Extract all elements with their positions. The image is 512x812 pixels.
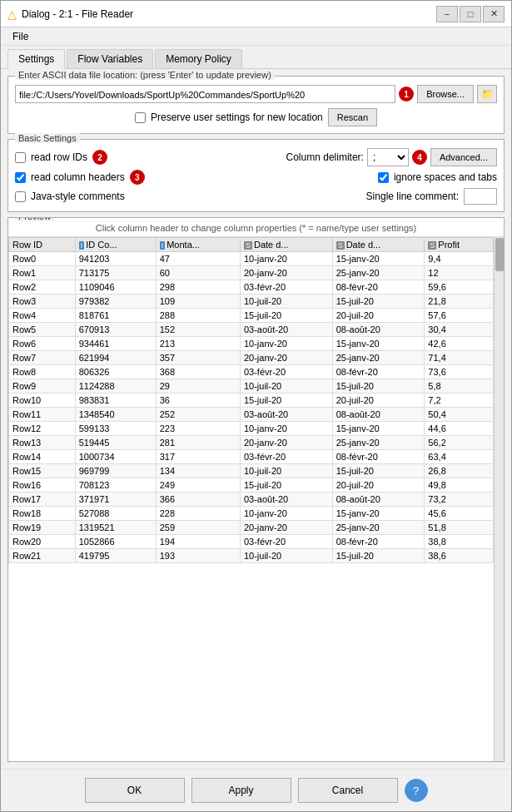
col-header-profit[interactable]: SProfit <box>425 238 494 252</box>
col-header-monta[interactable]: IMonta... <box>156 238 240 252</box>
table-cell: 298 <box>156 280 240 295</box>
table-cell: 10-janv-20 <box>240 422 332 436</box>
file-row: file:/C:/Users/Yovel/Downloads/SportUp%2… <box>15 85 497 103</box>
col-header-id[interactable]: IID Co... <box>75 238 156 252</box>
table-cell: 20-juil-20 <box>332 394 425 408</box>
table-row: Row693446121310-janv-2015-janv-2042,6 <box>9 337 494 351</box>
table-row: Row481876128815-juil-2020-juil-2057,6 <box>9 309 494 323</box>
preserve-checkbox[interactable] <box>135 112 146 123</box>
col-header-date2[interactable]: SDate d... <box>332 238 425 252</box>
table-cell: 25-janv-20 <box>332 351 425 365</box>
table-cell: 50,4 <box>425 408 494 422</box>
table-cell: 10-janv-20 <box>240 337 332 351</box>
table-cell: 519445 <box>75 436 156 450</box>
table-cell: 818761 <box>75 309 156 323</box>
table-cell: 12 <box>425 266 494 280</box>
table-row: Row1737197136603-août-2008-août-2073,2 <box>9 493 494 507</box>
table-cell: 371971 <box>75 493 156 507</box>
window-icon: △ <box>7 7 17 21</box>
table-cell: 30,4 <box>425 323 494 337</box>
cancel-button[interactable]: Cancel <box>298 778 398 803</box>
column-delimiter-select[interactable]: ; , Tab <box>367 148 409 166</box>
table-cell: 26,8 <box>425 464 494 478</box>
table-cell: Row12 <box>9 422 76 436</box>
table-cell: 213 <box>156 337 240 351</box>
table-cell: 713175 <box>75 266 156 280</box>
minimize-button[interactable]: − <box>436 6 458 22</box>
maximize-button[interactable]: □ <box>460 6 481 22</box>
preview-label: Preview <box>15 217 54 221</box>
menu-file[interactable]: File <box>7 29 33 44</box>
read-row-ids-label: read row IDs <box>31 151 87 163</box>
apply-button[interactable]: Apply <box>191 778 291 803</box>
read-column-headers-checkbox[interactable] <box>15 172 26 183</box>
col-header-date1[interactable]: SDate d... <box>240 238 332 252</box>
table-row: Row17131756020-janv-2025-janv-2012 <box>9 266 494 280</box>
help-button[interactable]: ? <box>405 779 428 802</box>
table-cell: 08-août-20 <box>332 493 425 507</box>
col-date2-label: Date d... <box>346 240 381 250</box>
table-cell: 1319521 <box>75 521 156 535</box>
preview-hint: Click column header to change column pro… <box>8 218 504 237</box>
table-cell: 08-févr-20 <box>332 280 425 295</box>
table-cell: 15-juil-20 <box>240 309 332 323</box>
table-cell: 317 <box>156 450 240 464</box>
ignore-spaces-label: ignore spaces and tabs <box>394 171 497 183</box>
table-cell: 03-févr-20 <box>240 365 332 379</box>
tab-memory-policy[interactable]: Memory Policy <box>155 49 242 68</box>
table-cell: 708123 <box>75 478 156 493</box>
col-header-rowid[interactable]: Row ID <box>9 238 76 252</box>
table-cell: 15-juil-20 <box>332 464 425 478</box>
table-cell: 03-août-20 <box>240 493 332 507</box>
table-cell: 42,6 <box>425 337 494 351</box>
table-cell: 20-juil-20 <box>332 478 425 493</box>
folder-icon: 📁 <box>481 88 494 100</box>
ok-button[interactable]: OK <box>85 778 185 803</box>
tab-flow-variables[interactable]: Flow Variables <box>67 49 153 68</box>
table-cell: 1109046 <box>75 280 156 295</box>
single-line-comment-label: Single line comment: <box>366 191 459 202</box>
java-comments-label: Java-style comments <box>31 191 125 202</box>
read-row-ids-checkbox[interactable] <box>15 152 26 163</box>
table-cell: 71,4 <box>425 351 494 365</box>
tab-settings[interactable]: Settings <box>7 49 65 69</box>
table-cell: 36 <box>156 394 240 408</box>
rescan-button[interactable]: Rescan <box>328 108 377 126</box>
table-cell: 670913 <box>75 323 156 337</box>
table-cell: 979382 <box>75 295 156 309</box>
scrollbar[interactable] <box>494 237 504 761</box>
table-cell: 25-janv-20 <box>332 436 425 450</box>
ignore-spaces-checkbox[interactable] <box>378 172 389 183</box>
table-cell: 73,2 <box>425 493 494 507</box>
table-cell: 1052866 <box>75 535 156 549</box>
table-cell: Row1 <box>9 266 76 280</box>
advanced-button[interactable]: Advanced... <box>430 148 497 166</box>
close-button[interactable]: ✕ <box>483 6 505 22</box>
main-window: △ Dialog - 2:1 - File Reader − □ ✕ File … <box>0 0 512 812</box>
file-path-display[interactable]: file:/C:/Users/Yovel/Downloads/SportUp%2… <box>15 85 395 103</box>
browse-button[interactable]: Browse... <box>417 85 474 103</box>
table-row: Row762199435720-janv-2025-janv-2071,4 <box>9 351 494 365</box>
table-cell: 357 <box>156 351 240 365</box>
table-row: Row19131952125920-janv-2025-janv-2051,8 <box>9 521 494 535</box>
table-cell: 934461 <box>75 337 156 351</box>
table-cell: 03-févr-20 <box>240 450 332 464</box>
table-cell: 1124288 <box>75 379 156 394</box>
basic-settings-inner: read row IDs 2 Column delimiter: ; , Tab… <box>15 148 497 205</box>
single-line-comment-input[interactable] <box>464 188 497 205</box>
scrollbar-thumb[interactable] <box>495 238 504 271</box>
java-comments-checkbox[interactable] <box>15 191 26 202</box>
table-cell: 1000734 <box>75 450 156 464</box>
table-cell: 20-juil-20 <box>332 309 425 323</box>
table-container[interactable]: Row ID IID Co... IMonta... SDate d... SD… <box>8 237 494 761</box>
table-cell: Row21 <box>9 549 76 563</box>
table-cell: 10-juil-20 <box>240 549 332 563</box>
table-cell: 252 <box>156 408 240 422</box>
table-row: Row1596979913410-juil-2015-juil-2026,8 <box>9 464 494 478</box>
table-cell: 25-janv-20 <box>332 521 425 535</box>
col-id-label: ID Co... <box>86 240 117 250</box>
table-row: Row20105286619403-févr-2008-févr-2038,8 <box>9 535 494 549</box>
table-cell: 10-janv-20 <box>240 507 332 521</box>
folder-button[interactable]: 📁 <box>477 85 497 103</box>
table-cell: 03-août-20 <box>240 408 332 422</box>
